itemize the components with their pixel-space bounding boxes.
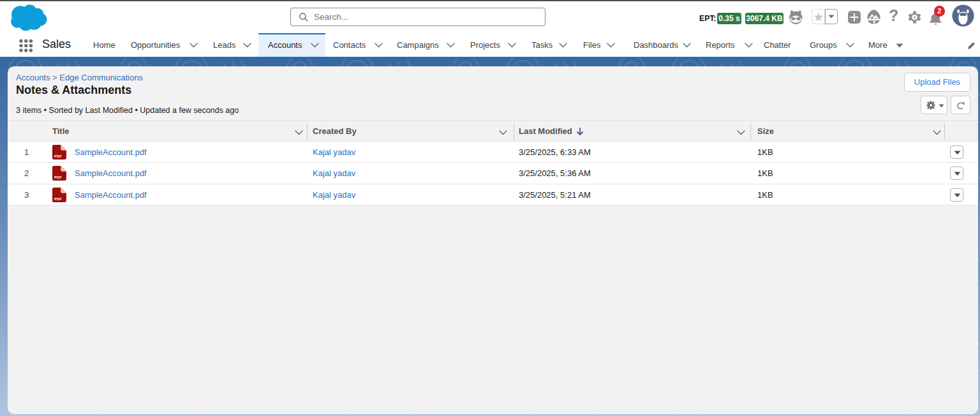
svg-text:PDF: PDF [54,154,62,158]
svg-text:PDF: PDF [54,197,62,200]
svg-text:PDF: PDF [54,175,62,179]
